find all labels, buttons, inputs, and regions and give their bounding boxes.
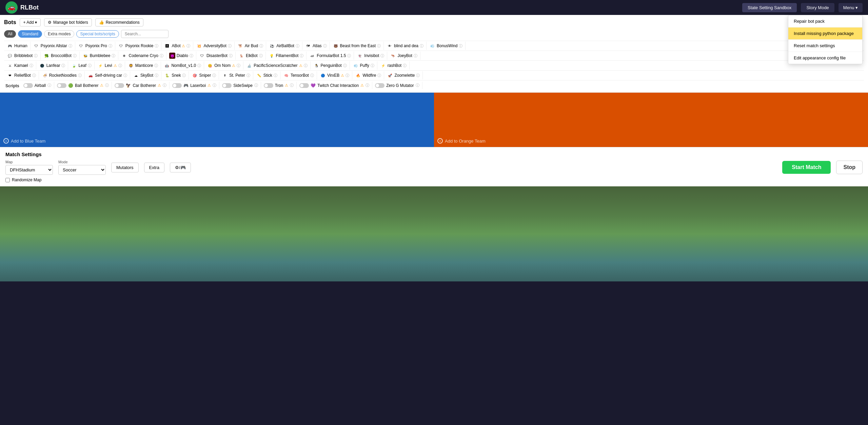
randomize-row: Randomize Map xyxy=(5,178,863,182)
list-item[interactable]: 🅰ABot⚠ⓘ xyxy=(161,42,193,50)
list-item[interactable]: ⚡Levi⚠ⓘ xyxy=(95,61,125,70)
list-item[interactable]: 🐻Beast from the Eastⓘ xyxy=(330,42,384,50)
list-item[interactable]: 🏎FormularBot 1.5ⓘ xyxy=(307,52,354,60)
dropdown-reset[interactable]: Reset match settings xyxy=(788,40,862,52)
teams-area: + Add to Blue Team + Add to Orange Team xyxy=(0,93,868,147)
list-item[interactable]: 🦘JoeyBotⓘ xyxy=(387,52,420,60)
list-item[interactable]: 🦁Manticoreⓘ xyxy=(125,61,161,70)
list-item[interactable]: ⚡rashBotⓘ xyxy=(377,61,410,70)
list-item[interactable]: 🐕Air Budⓘ xyxy=(235,42,266,50)
script-zerog: Zero G Mutator ⓘ xyxy=(372,82,422,89)
bot-row-2: 💬Bribblebotⓘ 🥦BroccoliBotⓘ 🐝Bumblebeeⓘ ❄… xyxy=(4,51,864,60)
recommend-icon: 👍 xyxy=(99,20,104,25)
dropdown-edit[interactable]: Edit appearance config file xyxy=(788,52,862,64)
extra-btn[interactable]: Extra xyxy=(144,163,164,172)
script-zerog-toggle[interactable] xyxy=(375,83,384,88)
list-item[interactable]: 🥦BroccoliBotⓘ xyxy=(41,52,80,60)
list-item[interactable]: 💥AdversityBotⓘ xyxy=(193,42,234,50)
search-input[interactable] xyxy=(121,30,169,38)
bots-panel: Bots + Add ▾ ⚙ Manage bot folders 👍 Reco… xyxy=(0,15,868,93)
map-label: Map xyxy=(5,160,53,164)
list-item[interactable]: ☁SkyBotⓘ xyxy=(130,71,161,79)
bot-row-1: 🎮Human 🛡Psyonix Allstarⓘ 🛡Psyonix Proⓘ 🛡… xyxy=(4,41,864,51)
list-item[interactable]: 🐝Bumblebeeⓘ xyxy=(80,52,119,60)
filter-all[interactable]: All xyxy=(4,30,16,38)
list-item[interactable]: 💨BonusWindⓘ xyxy=(427,42,466,50)
list-item[interactable]: ⚔Kamaelⓘ xyxy=(4,61,36,70)
script-ball-toggle[interactable] xyxy=(57,83,66,88)
list-item[interactable]: ❤ReliefBotⓘ xyxy=(4,71,39,79)
icons-btn[interactable]: ⚙/🎮 xyxy=(170,163,191,172)
script-laser-toggle[interactable] xyxy=(172,83,182,88)
randomize-label: Randomize Map xyxy=(12,178,41,182)
list-item[interactable]: 🔥Wildfireⓘ xyxy=(352,71,384,79)
stop-btn[interactable]: Stop xyxy=(836,161,863,174)
script-twitch-toggle[interactable] xyxy=(299,83,309,88)
filter-tabs: All Standard Extra modes Special bots/sc… xyxy=(4,30,864,38)
menu-btn[interactable]: Menu ▾ xyxy=(839,3,863,12)
list-item[interactable]: 🔵VirxEB⚠ⓘ xyxy=(317,71,352,79)
list-item[interactable]: 👻Invisibotⓘ xyxy=(354,52,387,60)
script-airball: Airball ⓘ xyxy=(21,82,54,89)
add-blue-team-btn[interactable]: + Add to Blue Team xyxy=(3,138,45,144)
filter-extra[interactable]: Extra modes xyxy=(44,30,74,38)
script-airball-toggle[interactable] xyxy=(23,83,33,88)
recommendations-btn[interactable]: 👍 Recommendations xyxy=(95,18,143,26)
main-content: Bots + Add ▾ ⚙ Manage bot folders 👍 Reco… xyxy=(0,15,868,281)
add-orange-team-btn[interactable]: + Add to Orange Team xyxy=(437,138,486,144)
dropdown-install[interactable]: Install missing python package xyxy=(788,27,862,40)
list-item[interactable]: 💬Bribblebotⓘ xyxy=(4,52,41,60)
logo-icon: 🚗 xyxy=(5,1,18,14)
filter-special[interactable]: Special bots/scripts xyxy=(76,30,119,38)
list-item[interactable]: 🗺Atlasⓘ xyxy=(302,42,330,50)
dropdown-menu: Repair bot pack Install missing python p… xyxy=(788,15,863,64)
mode-label: Mode xyxy=(58,160,106,164)
list-item[interactable]: ✝St. Peterⓘ xyxy=(219,71,253,79)
mode-select[interactable]: Soccer xyxy=(58,165,106,175)
list-item[interactable]: 💨Puffyⓘ xyxy=(350,61,377,70)
list-item[interactable]: ❄Codename Cryoⓘ xyxy=(118,52,166,60)
manage-folders-btn[interactable]: ⚙ Manage bot folders xyxy=(44,18,92,26)
list-item[interactable]: 🌑Lanfearⓘ xyxy=(36,61,68,70)
list-item[interactable]: 🎯Sniperⓘ xyxy=(189,71,219,79)
list-item[interactable]: 🧠TensorBotⓘ xyxy=(280,71,317,79)
list-item[interactable]: 🛡Psyonix Proⓘ xyxy=(75,42,115,50)
randomize-checkbox[interactable] xyxy=(5,178,10,182)
dropdown-repair[interactable]: Repair bot pack xyxy=(788,15,862,27)
map-select[interactable]: DFHStadium xyxy=(5,165,53,175)
logo-text: RLBot xyxy=(20,4,39,11)
list-item[interactable]: 📏Stickⓘ xyxy=(253,71,280,79)
background-area xyxy=(0,186,868,281)
filter-standard[interactable]: Standard xyxy=(18,30,42,38)
list-item[interactable]: 🛡DisasterBotⓘ xyxy=(196,52,236,60)
script-tron-toggle[interactable] xyxy=(264,83,273,88)
list-item[interactable]: 👿Diabloⓘ xyxy=(166,52,196,60)
bot-row-3: ⚔Kamaelⓘ 🌑Lanfearⓘ 🍃Leafⓘ ⚡Levi⚠ⓘ 🦁Manti… xyxy=(4,60,864,70)
start-match-btn[interactable]: Start Match xyxy=(782,161,831,174)
list-item[interactable]: 🐧PenguinBotⓘ xyxy=(311,61,350,70)
list-item[interactable]: 🎮Human xyxy=(4,42,31,50)
list-item[interactable]: 👁blind and deaⓘ xyxy=(384,42,427,50)
map-setting: Map DFHStadium xyxy=(5,160,53,175)
story-mode-btn[interactable]: Story Mode xyxy=(801,3,834,12)
script-sideswipe-toggle[interactable] xyxy=(222,83,232,88)
list-item[interactable]: 🛡Psyonix Allstarⓘ xyxy=(31,42,75,50)
list-item[interactable]: 🍜RocketNoodlesⓘ xyxy=(39,71,85,79)
script-ball-botherer: 🟢 Ball Botherer ⚠ ⓘ xyxy=(54,82,112,89)
list-item[interactable]: 🛡Psyonix Rookieⓘ xyxy=(115,42,162,50)
add-button[interactable]: + Add ▾ xyxy=(20,18,41,26)
list-item[interactable]: 🚀Zoomeletteⓘ xyxy=(384,71,423,79)
list-item[interactable]: ⚽AirBallBotⓘ xyxy=(266,42,302,50)
list-item[interactable]: 😋Om Nom⚠ⓘ xyxy=(204,61,243,70)
list-item[interactable]: 🐍Snekⓘ xyxy=(161,71,189,79)
list-item[interactable]: 🤖NomBot_v1.0ⓘ xyxy=(161,61,204,70)
list-item[interactable]: 🔬PacificScienceScratcher⚠ⓘ xyxy=(243,61,310,70)
mutators-btn[interactable]: Mutators xyxy=(111,163,139,172)
list-item[interactable]: 🚗Self-driving carⓘ xyxy=(85,71,130,79)
list-item[interactable]: 🍃Leafⓘ xyxy=(68,61,94,70)
bots-title: Bots xyxy=(4,19,16,25)
script-car-toggle[interactable] xyxy=(115,83,124,88)
list-item[interactable]: 💡FillamentBotⓘ xyxy=(266,52,307,60)
state-setting-btn[interactable]: State Setting Sandbox xyxy=(742,3,797,12)
list-item[interactable]: 🦌ElkBotⓘ xyxy=(236,52,266,60)
